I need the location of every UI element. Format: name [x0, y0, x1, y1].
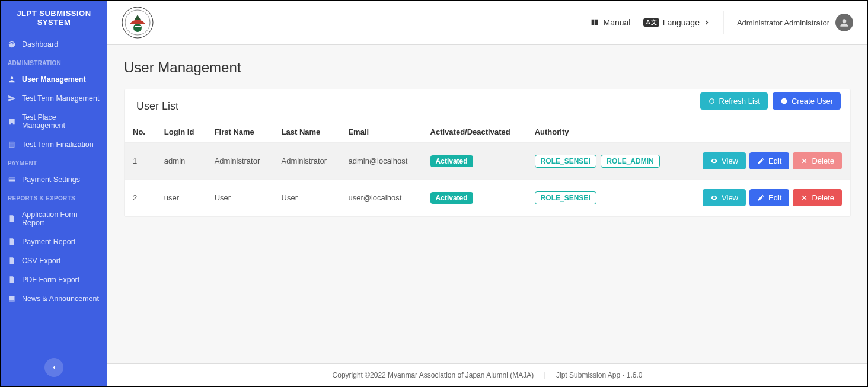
status-badge[interactable]: Activated	[430, 155, 473, 167]
sidebar-item-payment-settings[interactable]: Payment Settings	[1, 170, 107, 189]
sidebar-item-csv-export[interactable]: CSV Export	[1, 251, 107, 270]
delete-button[interactable]: Delete	[793, 152, 842, 169]
file-icon	[8, 276, 16, 284]
eye-icon	[710, 157, 718, 165]
role-badge: ROLE_SENSEI	[535, 155, 596, 168]
page-title: User Management	[124, 59, 851, 76]
sidebar-item-label: Test Term Management	[22, 94, 99, 103]
sidebar-item-user-management[interactable]: User Management	[1, 70, 107, 89]
svg-point-7	[843, 19, 847, 23]
file-icon	[8, 238, 16, 246]
th-email: Email	[340, 121, 422, 143]
th-login: Login Id	[156, 121, 206, 143]
language-dropdown[interactable]: A文 Language	[643, 18, 710, 27]
pencil-icon	[757, 157, 765, 165]
manual-label: Manual	[603, 18, 630, 27]
paper-plane-icon	[8, 94, 16, 103]
manual-link[interactable]: Manual	[590, 18, 630, 27]
sidebar: JLPT SUBMISSION SYSTEM Dashboard ADMINIS…	[1, 1, 107, 386]
sidebar-item-label: User Management	[22, 75, 86, 84]
th-actions	[682, 121, 850, 143]
sidebar-item-label: Test Place Management	[22, 113, 100, 130]
table-row: 2userUserUseruser@localhostActivatedROLE…	[125, 180, 850, 216]
sidebar-item-application-form-report[interactable]: Application Form Report	[1, 205, 107, 232]
sidebar-item-pdf-export[interactable]: PDF Form Export	[1, 270, 107, 289]
view-button[interactable]: View	[703, 189, 746, 206]
refresh-icon	[708, 97, 716, 105]
cell-last: User	[273, 180, 340, 216]
calendar-icon	[8, 140, 16, 149]
building-icon	[8, 117, 16, 126]
cell-first: User	[206, 180, 273, 216]
view-button[interactable]: View	[703, 152, 746, 169]
svg-point-5	[133, 24, 142, 32]
x-icon	[800, 194, 808, 202]
user-menu[interactable]: Administrator Administrator	[723, 11, 853, 34]
svg-rect-2	[9, 178, 15, 179]
main: Manual A文 Language Administrator Adminis…	[107, 1, 867, 386]
sidebar-item-dashboard[interactable]: Dashboard	[1, 35, 107, 54]
th-first: First Name	[206, 121, 273, 143]
book-icon	[590, 18, 599, 27]
user-list-card: User List Refresh List Create User	[124, 89, 851, 217]
svg-rect-6	[135, 26, 141, 27]
cell-no: 1	[125, 143, 156, 180]
cell-login: user	[156, 180, 206, 216]
avatar	[835, 14, 853, 31]
sidebar-item-test-term-finalization[interactable]: Test Term Finalization	[1, 135, 107, 154]
newspaper-icon	[8, 295, 16, 303]
cell-status: Activated	[422, 180, 526, 216]
role-badge: ROLE_SENSEI	[535, 191, 596, 204]
content-area: User Management User List Refresh List C…	[107, 45, 867, 363]
brand-title: JLPT SUBMISSION SYSTEM	[1, 1, 107, 35]
edit-button[interactable]: Edit	[749, 152, 789, 169]
status-badge[interactable]: Activated	[430, 192, 473, 204]
refresh-label: Refresh List	[719, 97, 760, 105]
sidebar-item-payment-report[interactable]: Payment Report	[1, 232, 107, 251]
sidebar-item-news[interactable]: News & Announcement	[1, 289, 107, 308]
credit-card-icon	[8, 175, 16, 184]
role-badge: ROLE_ADMIN	[601, 155, 659, 168]
language-label: Language	[663, 18, 700, 27]
edit-button[interactable]: Edit	[749, 189, 789, 206]
svg-point-0	[11, 76, 14, 79]
sidebar-collapse-button[interactable]	[44, 358, 63, 377]
user-circle-icon	[838, 17, 850, 28]
th-status: Activated/Deactivated	[422, 121, 526, 143]
footer-copyright: Copyright ©2022 Myanmar Association of J…	[333, 371, 534, 379]
sidebar-item-label: Payment Report	[22, 238, 75, 246]
file-icon	[8, 215, 16, 223]
sidebar-item-test-term-management[interactable]: Test Term Management	[1, 89, 107, 108]
sidebar-collapse-wrap	[1, 348, 107, 386]
chevron-right-icon	[703, 19, 710, 26]
chevron-left-icon	[50, 363, 58, 372]
eye-icon	[710, 194, 718, 202]
translate-icon: A文	[643, 18, 659, 27]
sidebar-item-label: News & Announcement	[22, 295, 99, 303]
card-title: User List	[136, 100, 178, 113]
x-icon	[800, 157, 808, 165]
plus-circle-icon	[780, 97, 788, 105]
th-authority: Authority	[526, 121, 682, 143]
refresh-list-button[interactable]: Refresh List	[700, 92, 768, 110]
user-icon	[8, 75, 16, 84]
delete-button[interactable]: Delete	[793, 189, 842, 206]
cell-actions: ViewEditDelete	[682, 180, 850, 216]
create-user-button[interactable]: Create User	[773, 92, 841, 110]
cell-no: 2	[125, 180, 156, 216]
sidebar-section-administration: ADMINISTRATION	[1, 54, 107, 70]
sidebar-item-label: Dashboard	[22, 40, 58, 49]
cell-login: admin	[156, 143, 206, 180]
cell-first: Administrator	[206, 143, 273, 180]
sidebar-item-label: PDF Form Export	[22, 276, 79, 284]
sidebar-item-test-place-management[interactable]: Test Place Management	[1, 108, 107, 135]
user-table: No. Login Id First Name Last Name Email …	[125, 121, 850, 216]
sidebar-item-label: Test Term Finalization	[22, 140, 94, 149]
th-no: No.	[125, 121, 156, 143]
sidebar-section-payment: PAYMENT	[1, 154, 107, 170]
cell-email: admin@localhost	[340, 143, 422, 180]
username-label: Administrator Administrator	[737, 18, 829, 27]
create-label: Create User	[792, 97, 833, 105]
cell-actions: ViewEditDelete	[682, 143, 850, 180]
pencil-icon	[757, 194, 765, 202]
